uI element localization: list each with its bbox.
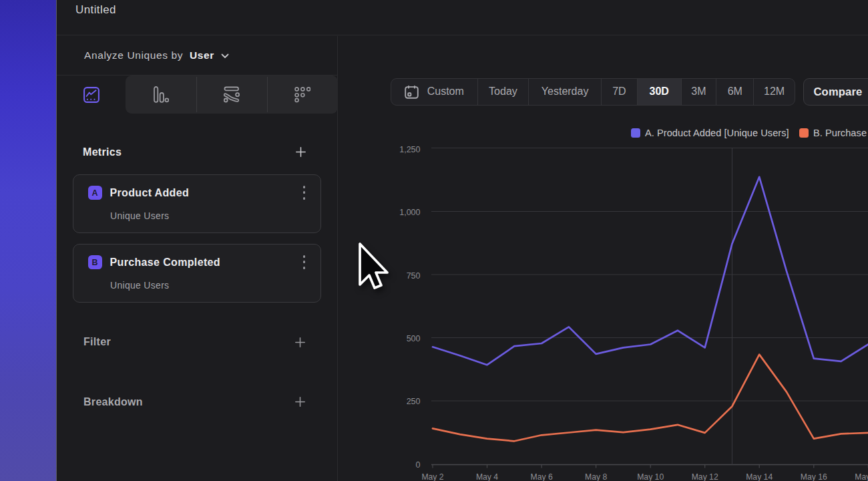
svg-text:May 16: May 16 (801, 472, 827, 481)
svg-text:May 6: May 6 (530, 472, 552, 481)
svg-text:250: 250 (407, 397, 421, 406)
svg-text:May 14: May 14 (746, 472, 773, 481)
svg-text:1,250: 1,250 (399, 145, 420, 154)
svg-text:May 2: May 2 (421, 472, 443, 481)
svg-text:May 10: May 10 (637, 472, 664, 481)
svg-text:0: 0 (416, 460, 421, 470)
svg-text:1,000: 1,000 (399, 208, 420, 217)
svg-text:750: 750 (407, 271, 421, 281)
svg-text:500: 500 (407, 334, 421, 343)
svg-text:May 12: May 12 (692, 472, 718, 481)
svg-text:May 18: May 18 (855, 472, 868, 481)
svg-text:May 8: May 8 (585, 472, 607, 481)
svg-text:May 4: May 4 (476, 472, 498, 481)
